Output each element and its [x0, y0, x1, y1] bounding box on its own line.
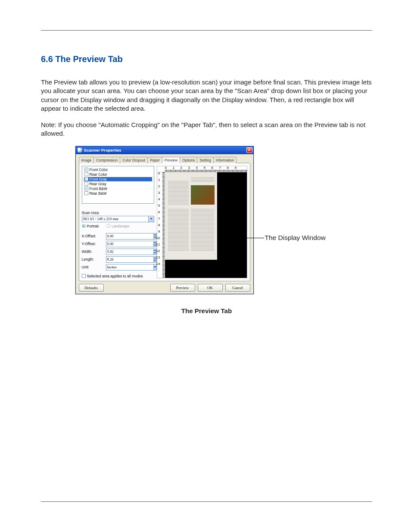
app-icon — [78, 148, 82, 152]
ruler-v-tick: 3 — [158, 191, 160, 195]
cancel-button[interactable]: Cancel — [225, 284, 250, 292]
ruler-v-tick: 9 — [158, 230, 160, 233]
ruler-v-tick: 11 — [156, 243, 160, 246]
scan-area-value — [82, 216, 149, 222]
landscape-radio — [106, 224, 110, 228]
ruler-v-tick: 4 — [158, 197, 160, 201]
top-rule — [41, 30, 372, 31]
tab-preview[interactable]: Preview — [162, 157, 180, 163]
ok-button[interactable]: OK — [198, 284, 223, 292]
mode-label: Rear B&W — [90, 191, 107, 196]
mode-label: Front Gray — [90, 177, 107, 181]
checkbox-icon[interactable] — [84, 172, 88, 176]
ruler-v-tick: 6 — [158, 210, 160, 214]
chevron-down-icon[interactable] — [154, 244, 156, 247]
tab-setting[interactable]: Setting — [197, 157, 213, 163]
note-paragraph: Note: If you choose "Automatic Cropping"… — [41, 121, 372, 138]
ruler-v-tick: 5 — [158, 204, 160, 208]
defaults-button[interactable]: Defaults — [79, 284, 104, 292]
ruler-h-tick: 6 — [212, 166, 213, 170]
intro-paragraph: The Preview tab allows you to preview (a… — [41, 78, 372, 113]
scan-area-combo[interactable] — [82, 216, 154, 222]
portrait-label: Portrait — [87, 224, 99, 228]
ruler-h-tick: 5 — [204, 166, 206, 170]
ruler-v-tick: 12 — [156, 249, 160, 253]
unit-label: Unit: — [82, 265, 104, 269]
ruler-h-tick: 4 — [196, 166, 198, 170]
ruler-h-tick: 2 — [181, 166, 182, 170]
preview-button[interactable]: Preview — [170, 284, 195, 292]
length-input[interactable] — [106, 256, 133, 263]
tab-paper[interactable]: Paper — [147, 157, 162, 163]
length-label: Length: — [82, 257, 104, 261]
display-window[interactable]: 0123456789 01234567891011121314 — [157, 166, 247, 278]
tab-strip: ImageCompressionColor DropoutPaperPrevie… — [79, 157, 250, 163]
mode-front-color[interactable]: Front Color — [84, 168, 152, 172]
ruler-h-tick: 3 — [188, 166, 190, 170]
dialog-figure: Scanner Properties X ImageCompressionCol… — [75, 146, 338, 301]
xoffset-label: X-Offset: — [82, 234, 104, 238]
checkbox-icon[interactable] — [84, 187, 88, 190]
figure-caption: The Preview Tab — [41, 307, 372, 314]
width-input[interactable] — [106, 249, 133, 255]
scanner-properties-dialog: Scanner Properties X ImageCompressionCol… — [75, 146, 254, 294]
tab-color-dropout[interactable]: Color Dropout — [120, 157, 148, 163]
applies-all-label: Selected area applies to all modes — [87, 274, 143, 278]
bottom-rule — [41, 501, 372, 502]
ruler-vertical: 01234567891011121314 — [157, 172, 165, 278]
ruler-v-tick: 10 — [156, 236, 160, 240]
tab-options[interactable]: Options — [180, 157, 197, 163]
mode-label: Rear Color — [90, 172, 107, 177]
checkbox-icon[interactable] — [84, 191, 88, 195]
mode-label: Front Color — [90, 168, 108, 172]
landscape-label: Landscape — [112, 224, 130, 228]
tab-image[interactable]: Image — [79, 157, 94, 163]
yoffset-input[interactable] — [106, 241, 133, 247]
ruler-h-tick: 9 — [235, 166, 237, 170]
callout-label: The Display Window — [265, 233, 326, 243]
ruler-h-tick: 8 — [227, 166, 229, 170]
mode-label: Rear Gray — [90, 182, 106, 186]
ruler-h-tick: 7 — [219, 166, 221, 170]
ruler-v-tick: 8 — [158, 223, 160, 227]
portrait-radio[interactable] — [82, 224, 86, 228]
tab-compression[interactable]: Compression — [93, 157, 120, 163]
mode-front-b-w[interactable]: Front B&W — [84, 187, 152, 191]
scan-area-label: Scan Area: — [82, 211, 104, 215]
chevron-down-icon[interactable] — [154, 259, 156, 262]
mode-rear-gray[interactable]: Rear Gray — [84, 182, 152, 186]
ruler-v-tick: 1 — [158, 178, 160, 182]
chevron-down-icon[interactable] — [154, 252, 156, 255]
xoffset-input[interactable] — [106, 233, 133, 240]
ruler-v-tick: 2 — [158, 184, 160, 188]
mode-label: Front B&W — [90, 187, 108, 191]
mode-list[interactable]: Front ColorRear ColorFront GrayRear Gray… — [82, 166, 154, 204]
yoffset-label: Y-Offset: — [82, 242, 104, 246]
ruler-v-tick: 13 — [156, 255, 160, 259]
preview-page — [165, 172, 218, 260]
scan-bed[interactable] — [165, 172, 247, 278]
tab-information[interactable]: Information — [213, 157, 237, 163]
callout-line — [243, 238, 264, 238]
checkbox-icon[interactable] — [84, 182, 88, 186]
window-title: Scanner Properties — [84, 148, 121, 152]
close-icon[interactable]: X — [246, 147, 252, 153]
preview-tab-panel: Front ColorRear ColorFront GrayRear Gray… — [79, 163, 250, 281]
applies-all-checkbox[interactable] — [82, 274, 86, 278]
ruler-horizontal: 0123456789 — [157, 166, 247, 172]
ruler-h-tick: 0 — [165, 166, 167, 170]
section-title: 6.6 The Preview Tab — [41, 54, 372, 64]
titlebar[interactable]: Scanner Properties X — [76, 146, 253, 154]
preview-photo — [191, 185, 215, 205]
mode-front-gray[interactable]: Front Gray — [84, 177, 152, 181]
ruler-h-tick: 1 — [173, 166, 174, 170]
ruler-v-tick: 0 — [158, 171, 160, 175]
checkbox-icon[interactable] — [84, 168, 88, 171]
mode-rear-b-w[interactable]: Rear B&W — [84, 191, 152, 196]
width-label: Width: — [82, 249, 104, 254]
chevron-down-icon[interactable] — [154, 236, 156, 239]
mode-rear-color[interactable]: Rear Color — [84, 172, 152, 177]
checkbox-icon[interactable] — [84, 177, 88, 181]
unit-combo[interactable] — [106, 264, 154, 271]
chevron-down-icon[interactable] — [149, 216, 154, 222]
